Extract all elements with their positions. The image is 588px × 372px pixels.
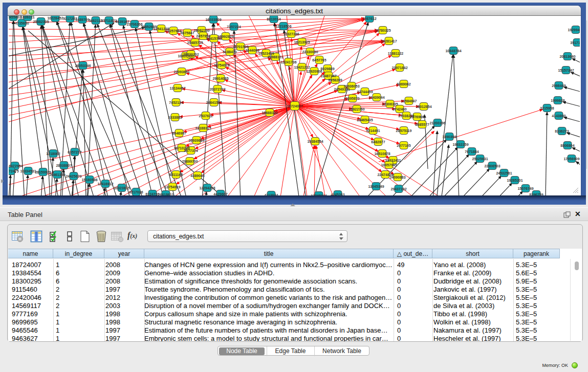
svg-text:20372723: 20372723 (209, 87, 225, 91)
svg-text:11881122: 11881122 (388, 52, 403, 55)
svg-text:28575119: 28575119 (396, 129, 412, 133)
svg-text:21754078: 21754078 (213, 63, 229, 67)
svg-text:2077105: 2077105 (397, 144, 410, 147)
svg-text:13754919: 13754919 (164, 185, 180, 189)
svg-text:2537611: 2537611 (199, 114, 213, 118)
svg-text:6457765: 6457765 (312, 58, 326, 62)
svg-text:23188315: 23188315 (195, 126, 211, 130)
svg-text:20813640: 20813640 (559, 55, 575, 58)
svg-text:12920906: 12920906 (306, 70, 322, 73)
svg-text:8369062: 8369062 (397, 82, 410, 86)
svg-text:16033809: 16033809 (205, 18, 221, 21)
svg-text:8811165: 8811165 (169, 173, 183, 177)
svg-text:12416912: 12416912 (97, 182, 113, 186)
svg-text:29699700: 29699700 (182, 160, 198, 163)
svg-text:23706266: 23706266 (126, 23, 142, 26)
svg-text:8029889: 8029889 (320, 67, 334, 71)
svg-text:19299464: 19299464 (568, 28, 580, 32)
svg-text:8685577: 8685577 (415, 123, 429, 126)
svg-text:8396759: 8396759 (529, 193, 543, 196)
svg-text:10327246: 10327246 (283, 32, 299, 36)
svg-text:22330030: 22330030 (302, 50, 318, 54)
svg-text:22306335: 22306335 (382, 102, 398, 106)
svg-text:12294238: 12294238 (199, 186, 215, 190)
svg-text:24425670: 24425670 (66, 174, 81, 178)
svg-text:22744459: 22744459 (357, 90, 373, 94)
svg-text:20772475: 20772475 (9, 169, 19, 173)
svg-text:25025631: 25025631 (472, 157, 488, 161)
svg-text:25485735: 25485735 (187, 41, 203, 45)
svg-text:13241736: 13241736 (280, 60, 296, 64)
svg-text:8336273: 8336273 (555, 129, 569, 133)
svg-text:9958289: 9958289 (328, 78, 342, 82)
svg-text:19523409: 19523409 (258, 52, 274, 55)
svg-text:13732411: 13732411 (385, 159, 401, 162)
svg-text:6482877: 6482877 (371, 140, 385, 144)
svg-text:15157347: 15157347 (558, 69, 574, 72)
svg-text:9875847: 9875847 (180, 31, 194, 35)
svg-text:3677374: 3677374 (184, 149, 198, 152)
svg-text:22093651: 22093651 (173, 70, 189, 74)
svg-text:21439044: 21439044 (368, 96, 384, 99)
svg-text:29281417: 29281417 (381, 39, 397, 43)
svg-text:16213925: 16213925 (294, 40, 310, 44)
svg-text:29437192: 29437192 (390, 187, 406, 191)
svg-text:12218506: 12218506 (275, 25, 291, 28)
svg-text:19384554: 19384554 (307, 140, 323, 143)
svg-text:10228452: 10228452 (47, 16, 63, 20)
svg-text:19285201: 19285201 (507, 179, 522, 182)
svg-text:13045349: 13045349 (368, 185, 384, 188)
svg-text:7357224: 7357224 (227, 25, 241, 29)
svg-text:19688132: 19688132 (262, 111, 277, 115)
svg-text:25711873: 25711873 (101, 19, 117, 23)
svg-text:23487347: 23487347 (320, 74, 336, 78)
svg-text:26780325: 26780325 (375, 29, 390, 32)
svg-text:5188470: 5188470 (223, 50, 236, 54)
svg-text:26461350: 26461350 (49, 173, 65, 177)
svg-text:22806503: 22806503 (484, 164, 500, 168)
svg-text:15076749: 15076749 (517, 187, 533, 190)
svg-text:10848784: 10848784 (445, 49, 461, 53)
svg-text:13748244: 13748244 (311, 194, 326, 196)
svg-text:3333883: 3333883 (168, 116, 182, 119)
svg-text:28830202: 28830202 (183, 53, 199, 56)
svg-text:21257684: 21257684 (165, 29, 181, 33)
svg-text:4143890: 4143890 (552, 114, 565, 118)
svg-text:26939869: 26939869 (188, 139, 204, 142)
svg-text:8806804: 8806804 (560, 144, 574, 147)
svg-text:2876966: 2876966 (410, 115, 424, 119)
svg-text:16510878: 16510878 (374, 152, 390, 156)
svg-text:18724007: 18724007 (287, 104, 302, 108)
svg-text:28038807: 28038807 (56, 164, 72, 167)
svg-text:24532561: 24532561 (496, 171, 512, 175)
svg-text:18992829: 18992829 (217, 35, 233, 38)
svg-text:13421212: 13421212 (294, 65, 310, 69)
svg-text:1218062: 1218062 (46, 152, 60, 156)
svg-text:25465435: 25465435 (357, 118, 373, 122)
svg-text:13134457: 13134457 (169, 86, 185, 90)
svg-text:4112034: 4112034 (265, 193, 278, 196)
svg-text:22455603: 22455603 (9, 16, 21, 19)
svg-text:4245263: 4245263 (331, 193, 344, 196)
svg-text:8489709: 8489709 (75, 18, 89, 21)
svg-text:28082730: 28082730 (193, 29, 209, 32)
svg-text:1999828: 1999828 (551, 99, 564, 102)
svg-text:10323815: 10323815 (114, 186, 129, 190)
svg-text:10057945: 10057945 (381, 163, 397, 167)
svg-text:9214491: 9214491 (366, 129, 380, 133)
svg-text:6742460: 6742460 (393, 107, 406, 111)
svg-text:17956909: 17956909 (563, 157, 579, 161)
svg-text:4735650: 4735650 (15, 21, 29, 25)
svg-text:28159979: 28159979 (35, 170, 51, 174)
svg-text:24641507: 24641507 (206, 101, 222, 104)
svg-text:16072954: 16072954 (9, 164, 23, 168)
svg-text:23936053: 23936053 (343, 84, 359, 88)
svg-text:29914085: 29914085 (212, 77, 228, 80)
svg-text:11584847: 11584847 (401, 99, 417, 103)
svg-text:28012854: 28012854 (416, 105, 431, 108)
svg-text:7671884: 7671884 (465, 150, 478, 154)
svg-text:24090883: 24090883 (389, 176, 405, 179)
svg-text:4429607: 4429607 (213, 192, 227, 196)
svg-text:21200396: 21200396 (429, 121, 445, 125)
svg-text:1839221: 1839221 (20, 16, 34, 19)
